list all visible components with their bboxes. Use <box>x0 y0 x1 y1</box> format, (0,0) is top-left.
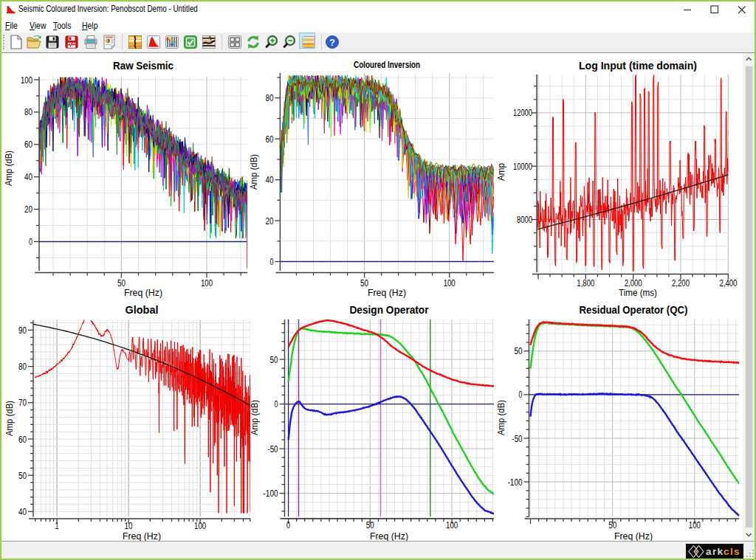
svg-text:80: 80 <box>24 107 32 117</box>
svg-text:Amp (dB): Amp (dB) <box>250 400 260 435</box>
svg-text:40: 40 <box>18 507 27 517</box>
svg-text:0: 0 <box>269 257 273 267</box>
svg-text:Time (ms): Time (ms) <box>619 288 657 298</box>
svg-text:40: 40 <box>24 172 32 182</box>
svg-text:20: 20 <box>24 204 32 215</box>
svg-text:50: 50 <box>366 520 374 530</box>
svg-text:Freq (Hz): Freq (Hz) <box>614 531 653 541</box>
svg-text:Amp (dB): Amp (dB) <box>4 401 15 436</box>
svg-text:2,200: 2,200 <box>672 278 690 288</box>
svg-text:100: 100 <box>194 521 206 531</box>
svg-text:50: 50 <box>360 278 368 288</box>
svg-text:Design Operator: Design Operator <box>350 304 430 316</box>
svg-text:40: 40 <box>265 175 273 185</box>
svg-text:100: 100 <box>21 75 32 86</box>
svg-text:90: 90 <box>18 325 27 336</box>
svg-text:Freq (Hz): Freq (Hz) <box>124 288 162 298</box>
svg-text:100: 100 <box>446 520 458 530</box>
svg-text:80: 80 <box>18 362 27 372</box>
svg-text:cls: cls <box>724 546 740 557</box>
svg-text:0: 0 <box>29 237 32 247</box>
svg-text:1,800: 1,800 <box>577 278 594 288</box>
svg-text:100: 100 <box>201 278 213 288</box>
svg-text:1: 1 <box>55 521 59 531</box>
svg-text:Amp (dB): Amp (dB) <box>249 154 259 190</box>
svg-text:-50: -50 <box>512 434 523 444</box>
svg-text:Freq (Hz): Freq (Hz) <box>370 531 408 541</box>
svg-text:Freq (Hz): Freq (Hz) <box>123 531 161 541</box>
svg-text:ark: ark <box>706 546 724 557</box>
svg-text:2,000: 2,000 <box>625 278 642 288</box>
svg-text:?: ? <box>329 37 335 48</box>
svg-text:0: 0 <box>286 520 290 530</box>
svg-text:0: 0 <box>519 390 523 400</box>
svg-text:Amp (dB): Amp (dB) <box>4 151 14 186</box>
svg-text:50: 50 <box>18 471 27 481</box>
svg-text:Freq (Hz): Freq (Hz) <box>368 288 406 298</box>
svg-text:70: 70 <box>18 398 27 408</box>
svg-text:-100: -100 <box>264 488 278 499</box>
svg-text:60: 60 <box>265 134 273 145</box>
svg-text:10: 10 <box>125 521 133 531</box>
svg-text:50: 50 <box>608 520 616 530</box>
svg-text:60: 60 <box>18 435 27 445</box>
svg-text:Log Input (time domain): Log Input (time domain) <box>579 60 697 72</box>
svg-text:50: 50 <box>270 355 278 365</box>
svg-text:0: 0 <box>275 399 278 409</box>
svg-text:Global: Global <box>126 304 159 316</box>
svg-text:Amp: Amp <box>496 163 506 181</box>
svg-text:Amp (dB): Amp (dB) <box>496 400 506 435</box>
svg-text:Residual Operator (QC): Residual Operator (QC) <box>580 304 688 316</box>
svg-text:60: 60 <box>24 139 32 150</box>
svg-text:2,400: 2,400 <box>719 278 737 288</box>
svg-text:10000: 10000 <box>513 162 532 172</box>
svg-text:Raw Seismic: Raw Seismic <box>113 60 173 72</box>
svg-text:Coloured Inversion: Coloured Inversion <box>354 59 420 70</box>
svg-text:20: 20 <box>265 216 273 227</box>
svg-text:8000: 8000 <box>517 215 532 225</box>
svg-text:100: 100 <box>444 278 456 288</box>
svg-text:100: 100 <box>689 520 701 530</box>
svg-text:-100: -100 <box>508 477 523 488</box>
svg-text:50: 50 <box>515 346 523 356</box>
svg-text:12000: 12000 <box>513 108 532 118</box>
svg-text:-50: -50 <box>268 444 278 454</box>
svg-text:50: 50 <box>117 278 126 288</box>
svg-text:80: 80 <box>265 93 273 103</box>
